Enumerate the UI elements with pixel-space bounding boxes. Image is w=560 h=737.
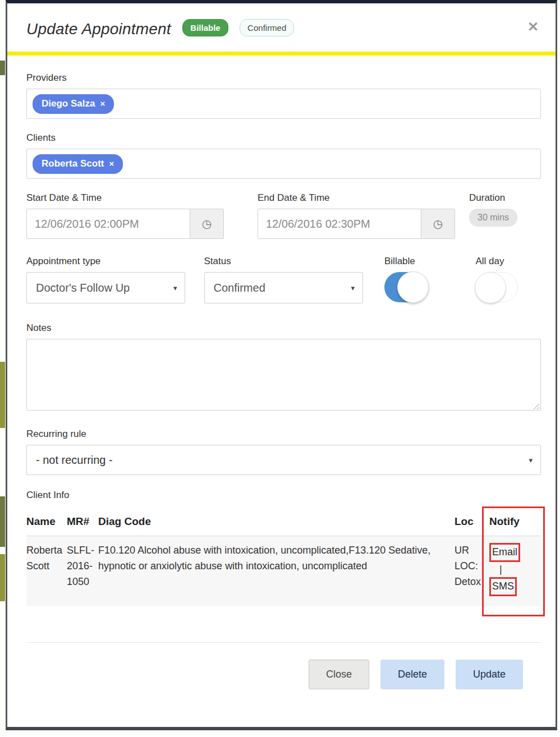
update-button[interactable]: Update bbox=[456, 660, 523, 689]
providers-input[interactable]: Diego Salza × bbox=[26, 89, 541, 119]
dates-row: Start Date & Time 12/06/2016 02:00PM ◷ E… bbox=[26, 192, 541, 239]
start-clock-button[interactable]: ◷ bbox=[190, 209, 223, 238]
end-date-label: End Date & Time bbox=[258, 192, 455, 204]
close-button[interactable]: Close bbox=[309, 660, 369, 689]
toggle-knob bbox=[475, 272, 506, 303]
start-date-label: Start Date & Time bbox=[26, 192, 224, 204]
table-row: Roberta Scott SLFL-2016-1050 F10.120 Alc… bbox=[26, 536, 541, 606]
cell-notify: Email | SMS bbox=[489, 536, 541, 606]
providers-group: Providers Diego Salza × bbox=[26, 72, 541, 119]
type-status-row: Appointment type Doctor's Follow Up ▾ St… bbox=[26, 256, 541, 303]
notes-label: Notes bbox=[26, 323, 541, 334]
modal-header: Update Appointment Billable Confirmed ✕ bbox=[7, 3, 556, 52]
notes-group: Notes bbox=[26, 323, 541, 413]
status-group: Status Confirmed ▾ bbox=[204, 256, 363, 303]
close-icon[interactable]: ✕ bbox=[527, 20, 539, 34]
duration-label: Duration bbox=[469, 192, 533, 204]
appointment-type-label: Appointment type bbox=[26, 256, 185, 267]
col-diag-code: Diag Code bbox=[98, 510, 455, 536]
modal-footer: Close Delete Update bbox=[26, 642, 541, 689]
start-date-input[interactable]: 12/06/2016 02:00PM bbox=[27, 209, 190, 238]
duration-group: Duration 30 mins bbox=[469, 192, 541, 239]
backdrop-artifact bbox=[0, 496, 5, 547]
clock-icon: ◷ bbox=[433, 217, 443, 231]
appointment-type-select[interactable]: Doctor's Follow Up ▾ bbox=[26, 272, 185, 303]
notes-textarea[interactable] bbox=[26, 339, 541, 411]
col-name: Name bbox=[26, 510, 67, 536]
col-loc: Loc bbox=[455, 510, 489, 536]
end-date-group: End Date & Time 12/06/2016 02:30PM ◷ bbox=[258, 192, 455, 239]
billable-toggle-group: Billable bbox=[384, 256, 450, 303]
client-tag: Roberta Scott × bbox=[33, 154, 123, 174]
status-label: Status bbox=[204, 256, 363, 267]
cell-mr: SLFL-2016-1050 bbox=[67, 536, 98, 606]
col-mr: MR# bbox=[67, 510, 98, 536]
table-header-row: Name MR# Diag Code Loc Notify bbox=[26, 510, 541, 536]
end-clock-button[interactable]: ◷ bbox=[421, 209, 455, 238]
appointment-type-value: Doctor's Follow Up bbox=[36, 282, 130, 294]
duration-badge: 30 mins bbox=[469, 209, 517, 227]
billable-label: Billable bbox=[384, 256, 450, 267]
providers-label: Providers bbox=[26, 72, 541, 84]
all-day-toggle-group: All day bbox=[475, 256, 541, 303]
start-date-group: Start Date & Time 12/06/2016 02:00PM ◷ bbox=[26, 192, 224, 239]
recurring-group: Recurring rule - not recurring - ▾ bbox=[26, 429, 541, 475]
client-info-label: Client Info bbox=[26, 490, 541, 501]
backdrop-artifact bbox=[0, 554, 5, 601]
confirmed-badge: Confirmed bbox=[240, 19, 294, 36]
recurring-label: Recurring rule bbox=[26, 429, 541, 440]
caret-down-icon: ▾ bbox=[351, 284, 355, 292]
update-appointment-modal: Update Appointment Billable Confirmed ✕ … bbox=[6, 0, 557, 730]
provider-tag: Diego Salza × bbox=[33, 94, 114, 114]
client-tag-label: Roberta Scott bbox=[42, 158, 104, 169]
clients-group: Clients Roberta Scott × bbox=[26, 132, 541, 179]
header-divider bbox=[7, 52, 556, 56]
remove-tag-icon[interactable]: × bbox=[100, 99, 105, 108]
recurring-select[interactable]: - not recurring - ▾ bbox=[26, 445, 541, 475]
status-select[interactable]: Confirmed ▾ bbox=[204, 272, 363, 303]
cell-loc: UR LOC: Detox bbox=[455, 536, 489, 606]
notify-sms-link[interactable]: SMS bbox=[489, 577, 517, 596]
col-notify: Notify bbox=[489, 510, 541, 536]
remove-tag-icon[interactable]: × bbox=[109, 159, 114, 168]
cell-name: Roberta Scott bbox=[26, 536, 67, 606]
all-day-toggle[interactable] bbox=[475, 272, 518, 302]
status-value: Confirmed bbox=[214, 282, 265, 294]
clock-icon: ◷ bbox=[202, 217, 212, 231]
provider-tag-label: Diego Salza bbox=[42, 98, 95, 109]
caret-down-icon: ▾ bbox=[173, 284, 177, 292]
modal-body: Providers Diego Salza × Clients Roberta … bbox=[7, 56, 556, 689]
billable-toggle[interactable] bbox=[384, 272, 427, 302]
modal-title: Update Appointment bbox=[26, 20, 171, 38]
all-day-label: All day bbox=[475, 256, 541, 267]
backdrop-artifact bbox=[0, 362, 5, 428]
end-date-input[interactable]: 12/06/2016 02:30PM bbox=[258, 209, 421, 238]
billable-badge: Billable bbox=[182, 19, 228, 36]
client-info-table: Name MR# Diag Code Loc Notify Roberta Sc… bbox=[26, 510, 541, 606]
notify-email-link[interactable]: Email bbox=[489, 543, 520, 562]
appointment-type-group: Appointment type Doctor's Follow Up ▾ bbox=[26, 256, 185, 303]
cell-diag-code: F10.120 Alcohol abuse with intoxication,… bbox=[98, 536, 455, 606]
recurring-value: - not recurring - bbox=[36, 454, 113, 467]
delete-button[interactable]: Delete bbox=[380, 660, 444, 689]
caret-down-icon: ▾ bbox=[529, 456, 533, 464]
notify-separator: | bbox=[489, 562, 538, 577]
clients-label: Clients bbox=[26, 132, 541, 144]
toggle-knob bbox=[397, 271, 429, 303]
backdrop-artifact bbox=[0, 61, 5, 75]
clients-input[interactable]: Roberta Scott × bbox=[26, 149, 541, 179]
